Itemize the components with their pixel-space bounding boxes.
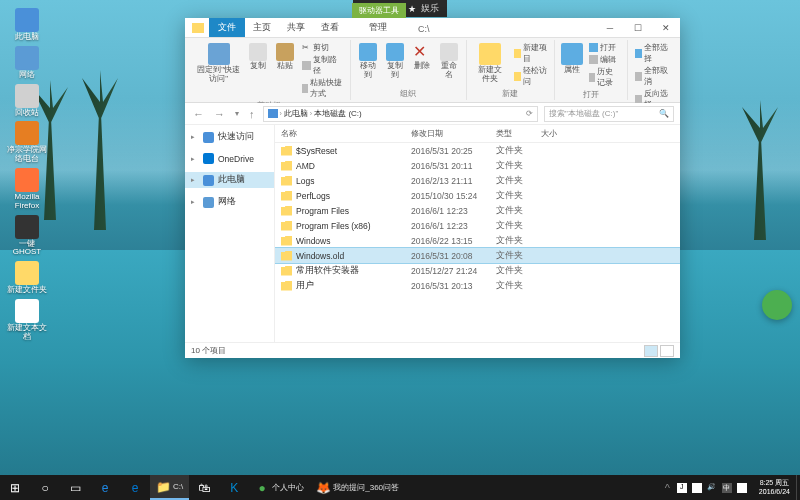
back-button[interactable]: ← [191,108,206,120]
select-none-button[interactable]: 全部取消 [633,65,671,87]
taskbar-edge-button[interactable]: e [120,475,150,500]
file-row[interactable]: Program Files2016/6/1 12:23文件夹 [275,203,680,218]
desktop-icon-7[interactable]: 新建文本文档 [6,299,48,342]
taskbar-explorer-button[interactable]: 📁C:\ [150,475,189,500]
sidebar-item-0[interactable]: ▸快速访问 [185,129,274,145]
new-item-button[interactable]: 新建项目 [512,42,549,64]
new-item-icon [514,49,521,58]
folder-icon [281,221,292,231]
folder-icon [281,251,292,261]
file-row[interactable]: AMD2016/5/31 20:11文件夹 [275,158,680,173]
new-folder-button[interactable]: 新建文件夹 [472,42,509,85]
edit-button[interactable]: 编辑 [587,54,623,65]
sidebar-item-1[interactable]: ▸OneDrive [185,151,274,166]
desktop-icon-0[interactable]: 此电脑 [6,8,48,42]
taskbar-clock[interactable]: 8:25 周五 2016/6/24 [753,479,796,496]
properties-button[interactable]: 属性 [560,42,584,76]
desktop-icon-1[interactable]: 网络 [6,46,48,80]
folder-icon [281,266,292,276]
taskbar-taskview-button[interactable]: ▭ [60,475,90,500]
show-desktop-button[interactable] [796,475,800,500]
copy-button[interactable]: 复制 [246,42,270,72]
file-row[interactable]: $SysReset2016/5/31 20:25文件夹 [275,143,680,158]
file-row[interactable]: 用户2016/5/31 20:13文件夹 [275,278,680,293]
folder-icon [187,19,209,37]
details-view-button[interactable] [644,345,658,357]
tab-view[interactable]: 查看 [313,18,347,37]
close-button[interactable]: ✕ [652,19,680,37]
taskbar-store-button[interactable]: 🛍 [189,475,219,500]
taskbar-kugou-button[interactable]: K [219,475,249,500]
edit-icon [589,55,598,64]
history-button[interactable]: 历史记录 [587,66,623,88]
floating-action-button[interactable] [762,290,792,320]
search-input[interactable]: 搜索"本地磁盘 (C:)" 🔍 [544,106,674,122]
rename-button[interactable]: 重命名 [437,42,461,81]
refresh-icon[interactable]: ⟳ [526,109,533,118]
copy-path-button[interactable]: 复制路径 [300,54,344,76]
taskbar-360-button[interactable]: ●个人中心 [249,475,310,500]
taskbar-ie-button[interactable]: e [90,475,120,500]
volume-icon[interactable]: 🔊 [707,483,717,493]
select-none-icon [635,72,642,81]
scissors-icon: ✂ [302,43,311,52]
up-button[interactable]: ↑ [247,108,257,120]
icons-view-button[interactable] [660,345,674,357]
pin-quick-access-button[interactable]: 固定到"快速访问" [194,42,243,85]
desktop-icon-4[interactable]: Mozilla Firefox [6,168,48,211]
tab-manage[interactable]: 管理 [362,18,394,37]
maximize-button[interactable]: ☐ [624,19,652,37]
paste-shortcut-button[interactable]: 粘贴快捷方式 [300,77,344,99]
recent-button[interactable]: ▾ [233,109,241,118]
desktop-icon-2[interactable]: 回收站 [6,84,48,118]
file-explorer-window: 文件 主页 共享 查看 驱动器工具 管理 C:\ ─ ☐ ✕ 固定到"快速访问"… [185,18,680,358]
file-row[interactable]: Windows.old2016/5/31 20:08文件夹 [275,248,680,263]
select-all-icon [635,49,642,58]
minimize-button[interactable]: ─ [596,19,624,37]
taskbar: ⊞○▭ee📁C:\🛍K●个人中心🦊我的提问_360问答 ^ J 🔊 中 8:25… [0,475,800,500]
file-row[interactable]: Windows2016/6/22 13:15文件夹 [275,233,680,248]
taskbar-search-button[interactable]: ○ [30,475,60,500]
desktop-icon-3[interactable]: 净宗学院网络电台 [6,121,48,164]
folder-icon [281,236,292,246]
ime2-icon[interactable]: 中 [722,483,732,493]
move-to-button[interactable]: 移动到 [356,42,380,81]
easy-access-button[interactable]: 轻松访问 [512,65,549,87]
taskbar-firefox-button[interactable]: 🦊我的提问_360问答 [310,475,405,500]
cut-button[interactable]: ✂剪切 [300,42,344,53]
pc-icon [268,109,278,118]
desktop-icon-5[interactable]: 一键GHOST [6,215,48,258]
network-icon[interactable] [692,483,702,493]
file-row[interactable]: 常用软件安装器2015/12/27 21:24文件夹 [275,263,680,278]
ime-icon[interactable]: J [677,483,687,493]
address-bar[interactable]: › 此电脑 › 本地磁盘 (C:) ⟳ [263,106,539,122]
file-row[interactable]: Logs2016/2/13 21:11文件夹 [275,173,680,188]
delete-button[interactable]: ✕删除 [410,42,434,72]
paste-button[interactable]: 粘贴 [273,42,297,72]
open-button[interactable]: 打开 [587,42,623,53]
tab-home[interactable]: 主页 [245,18,279,37]
file-list[interactable]: $SysReset2016/5/31 20:25文件夹AMD2016/5/31 … [275,143,680,342]
sidebar-item-3[interactable]: ▸网络 [185,194,274,210]
file-row[interactable]: Program Files (x86)2016/6/1 12:23文件夹 [275,218,680,233]
navigation-sidebar: ▸快速访问▸OneDrive▸此电脑▸网络 [185,125,275,342]
column-headers[interactable]: 名称 修改日期 类型 大小 [275,125,680,143]
file-row[interactable]: PerfLogs2015/10/30 15:24文件夹 [275,188,680,203]
tab-file[interactable]: 文件 [209,18,245,37]
select-all-button[interactable]: 全部选择 [633,42,671,64]
tray-expand-icon[interactable]: ^ [663,482,672,494]
folder-icon [281,281,292,291]
copy-to-button[interactable]: 复制到 [383,42,407,81]
forward-button[interactable]: → [212,108,227,120]
edge-icon: e [128,481,142,495]
kugou-icon: K [227,481,241,495]
titlebar[interactable]: 文件 主页 共享 查看 驱动器工具 管理 C:\ ─ ☐ ✕ [185,18,680,38]
sidebar-item-2[interactable]: ▸此电脑 [185,172,274,188]
taskbar-start-button[interactable]: ⊞ [0,475,30,500]
desktop-icon-6[interactable]: 新建文件夹 [6,261,48,295]
status-bar: 10 个项目 [185,342,680,358]
system-tray[interactable]: ^ J 🔊 中 [657,482,753,494]
tab-share[interactable]: 共享 [279,18,313,37]
shortcut-icon [302,84,308,93]
action-center-icon[interactable] [737,483,747,493]
